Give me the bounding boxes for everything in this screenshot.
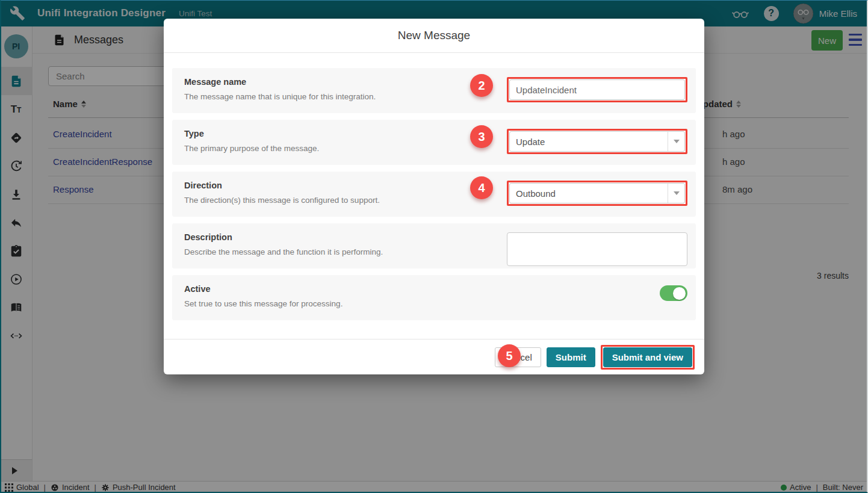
field-description: Describe the message and the function it…: [184, 247, 485, 256]
submit-button[interactable]: Submit: [547, 347, 595, 367]
direction-select[interactable]: Outbound: [509, 183, 685, 203]
field-description: The message name that is unique for this…: [184, 92, 485, 101]
dialog-header: New Message: [164, 19, 704, 53]
field-label: Message name: [184, 77, 485, 87]
field-row-type: Type The primary purpose of the message.…: [172, 120, 696, 165]
red-highlight-box: Outbound: [507, 181, 687, 206]
new-message-dialog: New Message Message name The message nam…: [164, 19, 704, 374]
dialog-footer: Cancel Submit Submit and view: [164, 339, 704, 374]
dropdown-button[interactable]: [668, 184, 684, 203]
red-highlight-box: Submit and view: [601, 345, 695, 370]
field-row-active: Active Set true to use this message for …: [172, 275, 696, 320]
annotation-step-5: 5: [498, 344, 521, 367]
chevron-down-icon: [674, 191, 680, 195]
field-description: The direction(s) this message is configu…: [184, 196, 485, 205]
field-label: Type: [184, 129, 485, 138]
dialog-title: New Message: [398, 29, 470, 42]
annotation-step-4: 4: [470, 176, 493, 199]
toggle-knob: [673, 287, 686, 300]
chevron-down-icon: [674, 140, 680, 143]
field-description: Set true to use this message for process…: [184, 299, 485, 308]
dropdown-button[interactable]: [668, 132, 684, 151]
field-label: Active: [184, 284, 485, 294]
description-textarea[interactable]: [507, 232, 687, 266]
active-toggle[interactable]: [660, 285, 687, 301]
field-row-message-name: Message name The message name that is un…: [172, 68, 696, 113]
submit-and-view-button[interactable]: Submit and view: [603, 347, 692, 367]
field-description: The primary purpose of the message.: [184, 144, 485, 153]
selected-value: Outbound: [510, 188, 668, 199]
message-name-input[interactable]: [509, 79, 685, 100]
red-highlight-box: [507, 77, 687, 102]
field-label: Direction: [184, 181, 485, 190]
application-window: Unifi Integration Designer Unifi Test ? …: [0, 0, 868, 493]
selected-value: Update: [510, 137, 668, 147]
red-highlight-box: Update: [507, 129, 687, 154]
type-select[interactable]: Update: [509, 131, 685, 152]
annotation-step-2: 2: [470, 74, 493, 97]
field-row-direction: Direction The direction(s) this message …: [172, 172, 696, 217]
field-row-description: Description Describe the message and the…: [172, 223, 696, 268]
annotation-step-3: 3: [470, 125, 493, 148]
field-label: Description: [184, 232, 485, 242]
